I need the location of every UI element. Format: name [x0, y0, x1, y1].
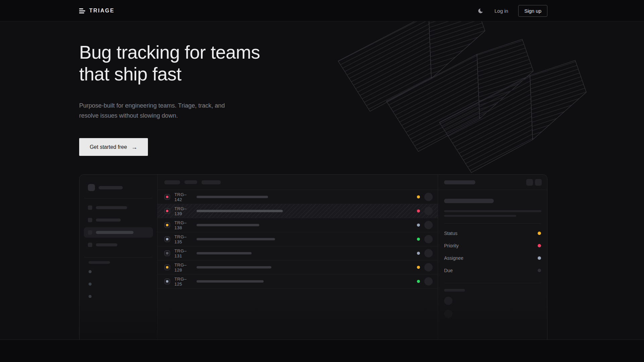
- issue-title-skeleton: [197, 280, 264, 283]
- issue-avatar-placeholder: [424, 249, 433, 257]
- issue-status-dot: [417, 209, 420, 213]
- issue-status-dot: [417, 224, 420, 227]
- workspace-switcher-skeleton: [88, 184, 153, 191]
- issue-title-skeleton: [197, 252, 252, 254]
- comment-avatar-placeholder: [444, 297, 452, 305]
- issue-title-skeleton: [197, 210, 283, 212]
- priority-dot: [538, 244, 541, 247]
- detail-header: [438, 175, 547, 190]
- issue-id: TRG–135: [174, 234, 193, 244]
- mockup-detail-panel: Status Priority Assignee Due: [438, 175, 547, 340]
- brand-logo[interactable]: TRIAGE: [79, 8, 114, 14]
- top-nav: TRIAGE Log in Sign up: [0, 0, 644, 21]
- sidebar-dot-placeholder: [89, 270, 92, 273]
- sidebar-item-skeleton: [84, 215, 153, 225]
- divider: [444, 283, 541, 283]
- workspace-icon-placeholder: [88, 184, 95, 191]
- detail-header-skeleton: [444, 180, 475, 184]
- detail-field-due: Due: [444, 264, 541, 277]
- sidebar-item-skeleton-active: [84, 227, 153, 238]
- tab-skeleton: [184, 180, 197, 184]
- status-dot: [538, 232, 541, 235]
- issue-id: TRG–138: [174, 220, 193, 230]
- issue-type-icon: [164, 222, 170, 228]
- issue-status-dot: [417, 280, 420, 283]
- issue-row: TRG–131: [158, 246, 438, 260]
- issue-type-icon: [164, 264, 170, 270]
- issue-id: TRG–125: [174, 277, 193, 287]
- workspace-name-skeleton: [99, 186, 123, 189]
- issue-id: TRG–128: [174, 262, 193, 273]
- issue-row: TRG–125: [158, 275, 438, 289]
- brand-wordmark: TRIAGE: [89, 8, 114, 14]
- issue-avatar-placeholder: [424, 193, 433, 201]
- issue-status-dot: [417, 266, 420, 269]
- issue-type-icon: [164, 208, 170, 214]
- get-started-button[interactable]: Get started free →: [79, 138, 148, 156]
- moon-icon: [477, 8, 484, 14]
- issue-id: TRG–131: [174, 248, 193, 258]
- detail-action-placeholder: [526, 179, 533, 186]
- issue-status-dot: [417, 195, 420, 198]
- issue-type-icon: [164, 236, 170, 242]
- issue-type-icon: [164, 194, 170, 200]
- app-mockup: TRG–142 TRG–139 TRG–138 TRG–135: [79, 174, 547, 340]
- issue-status-dot: [417, 238, 420, 241]
- issue-avatar-placeholder: [424, 263, 433, 272]
- sidebar-dot-placeholder: [89, 283, 92, 286]
- hero-subtitle: Purpose-built for engineering teams. Tri…: [79, 101, 381, 121]
- issue-row: TRG–128: [158, 260, 438, 275]
- sidebar-item-icon-placeholder: [88, 243, 92, 247]
- login-link[interactable]: Log in: [494, 8, 508, 14]
- assignee-dot: [538, 256, 541, 260]
- divider: [84, 257, 153, 257]
- arrow-right-icon: →: [131, 144, 138, 150]
- mockup-issue-list: TRG–142 TRG–139 TRG–138 TRG–135: [158, 175, 438, 340]
- sidebar-item-skeleton: [84, 202, 153, 213]
- sidebar-item-skeleton: [84, 240, 153, 250]
- issue-avatar-placeholder: [424, 277, 433, 286]
- due-dot: [538, 269, 541, 272]
- comments-label-skeleton: [444, 289, 465, 292]
- issue-status-dot: [417, 252, 420, 255]
- triage-bars-icon: [79, 8, 85, 13]
- issue-row: TRG–139: [158, 204, 438, 218]
- signup-button[interactable]: Sign up: [518, 5, 547, 17]
- detail-description-skeleton: [444, 210, 541, 212]
- sidebar-item-icon-placeholder: [88, 205, 92, 210]
- tab-skeleton: [164, 180, 180, 184]
- detail-title-skeleton: [444, 199, 494, 203]
- sidebar-item-icon-placeholder: [88, 218, 92, 222]
- tab-skeleton: [202, 180, 221, 184]
- detail-field-assignee: Assignee: [444, 252, 541, 264]
- divider: [444, 223, 541, 224]
- issue-title-skeleton: [197, 238, 275, 240]
- footer-strip: [0, 340, 644, 362]
- detail-field-priority: Priority: [444, 239, 541, 252]
- issue-type-icon: [164, 250, 170, 256]
- detail-action-placeholder: [535, 179, 542, 186]
- hero-title: Bug tracking for teamsthat ship fast: [79, 42, 381, 85]
- issue-avatar-placeholder: [424, 207, 433, 215]
- issue-id: TRG–139: [174, 206, 193, 216]
- theme-toggle-button[interactable]: [476, 7, 484, 15]
- issue-id: TRG–142: [174, 192, 193, 202]
- issue-row: TRG–138: [158, 218, 438, 232]
- issue-title-skeleton: [197, 196, 268, 198]
- issue-avatar-placeholder: [424, 235, 433, 243]
- issue-title-skeleton: [197, 224, 259, 226]
- list-header: [158, 175, 438, 190]
- detail-description-skeleton: [444, 215, 516, 217]
- sidebar-item-icon-placeholder: [88, 230, 92, 235]
- comment-avatar-placeholder: [444, 310, 452, 318]
- issue-avatar-placeholder: [424, 221, 433, 229]
- mockup-sidebar: [79, 175, 158, 340]
- issue-row: TRG–135: [158, 232, 438, 246]
- sidebar-dot-placeholder: [89, 295, 92, 298]
- issue-type-icon: [164, 279, 170, 284]
- issue-row: TRG–142: [158, 190, 438, 204]
- detail-field-status: Status: [444, 227, 541, 239]
- divider: [84, 198, 153, 198]
- hero-section: Bug tracking for teamsthat ship fast Pur…: [79, 21, 381, 156]
- issue-title-skeleton: [197, 266, 271, 268]
